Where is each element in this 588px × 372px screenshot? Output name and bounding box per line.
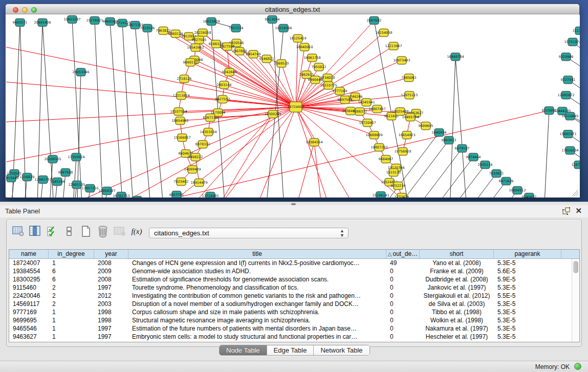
graph-edge[interactable] — [72, 19, 83, 198]
graph-edge[interactable] — [6, 81, 296, 107]
table-row[interactable]: 977716911998Corpus callosum shape and si… — [9, 308, 579, 316]
graph-edge[interactable] — [449, 57, 455, 198]
graph-edge[interactable] — [296, 107, 334, 198]
graph-edge[interactable] — [208, 114, 273, 198]
column-header-title[interactable]: title — [128, 250, 386, 258]
graph-edge[interactable] — [446, 190, 517, 198]
vertical-scrollbar[interactable] — [572, 259, 579, 342]
split-pane-divider[interactable] — [0, 202, 588, 205]
graph-edge[interactable] — [6, 107, 296, 122]
tab-network-table[interactable]: Network Table — [314, 345, 369, 355]
graph-node-label: 7485063 — [402, 76, 417, 80]
table-type-tabs: Node TableEdge TableNetwork Table — [219, 345, 370, 356]
cell-short: Jankovic et al. (1997) — [420, 283, 494, 292]
column-header-name[interactable]: name — [9, 250, 49, 258]
cell-short: Hescheler et al. (1997) — [420, 333, 494, 341]
new-document-icon[interactable] — [79, 225, 93, 237]
graph-node[interactable] — [133, 196, 142, 198]
insert-column-icon[interactable] — [29, 225, 42, 237]
window-resize-grip[interactable] — [572, 189, 579, 196]
tab-edge-table[interactable]: Edge Table — [267, 345, 314, 355]
column-header-year[interactable]: year — [94, 250, 128, 258]
citation-network-graph[interactable]: 1872400794055712069140610653287152760219… — [6, 15, 580, 198]
window-title: citations_edges.txt — [6, 6, 579, 13]
graph-edge[interactable] — [314, 142, 323, 198]
cell-name: 9777169 — [9, 308, 49, 316]
table-settings-icon[interactable] — [12, 225, 25, 237]
table-row[interactable]: 911546021997Tourette syndrome. Phenomeno… — [9, 283, 579, 292]
graph-edge[interactable] — [184, 79, 296, 107]
graph-edge[interactable] — [402, 157, 473, 198]
graph-node-label: 18107554 — [170, 110, 187, 114]
table-row[interactable]: 2242004622012Investigating the contribut… — [9, 292, 579, 300]
graph-node-label: 16210775 — [320, 83, 337, 87]
table-row[interactable]: 946554611997Estimation of the future num… — [9, 324, 579, 333]
graph-edge[interactable] — [77, 72, 81, 198]
table-row[interactable]: 1872400712008Changes of HCN gene express… — [9, 259, 579, 267]
delete-trash-icon[interactable] — [96, 225, 110, 237]
graph-node-label: 19654923 — [398, 133, 415, 137]
cell-title: Estimation of the future numbers of pati… — [128, 324, 386, 333]
tab-node-table[interactable]: Node Table — [220, 345, 267, 355]
graph-edge[interactable] — [122, 23, 134, 198]
select-rows-icon[interactable] — [46, 225, 59, 237]
graph-node-label: 8427552 — [215, 97, 230, 101]
graph-edge[interactable] — [434, 181, 506, 198]
cell-in_degree: 1 — [49, 259, 94, 267]
table-row[interactable]: 1830029562008Estimation of significance … — [9, 275, 579, 283]
graph-node-label: 9734028 — [320, 76, 335, 80]
column-header-out_de[interactable]: △out_de… — [386, 250, 420, 258]
graph-edge[interactable] — [37, 23, 42, 198]
graph-edge[interactable] — [413, 165, 485, 198]
scrollbar-thumb[interactable] — [573, 261, 578, 273]
graph-edge[interactable] — [296, 20, 374, 107]
graph-edge[interactable] — [189, 36, 296, 107]
function-fx-icon[interactable]: f(x) — [130, 225, 143, 237]
table-row[interactable]: 946362711997Embryonic stem cells: a mode… — [9, 333, 579, 341]
table-body: 1872400712008Changes of HCN gene express… — [9, 259, 579, 341]
graph-node-label: 2718126 — [177, 77, 192, 81]
graph-node-label: 10025488 — [391, 110, 408, 114]
graph-edge[interactable] — [206, 107, 296, 198]
cell-pagerank: 5.6E-5 — [494, 267, 561, 275]
cell-in_degree: 6 — [49, 267, 94, 275]
graph-node-label: 16848784 — [447, 55, 464, 59]
column-header-in_degree[interactable]: in_degree — [49, 250, 94, 258]
graph-node-label: 15276021 — [86, 18, 103, 23]
graph-edge[interactable] — [227, 47, 296, 107]
close-panel-icon[interactable]: ✕ — [575, 206, 582, 215]
graph-edge[interactable] — [147, 28, 165, 198]
graph-edge[interactable] — [252, 107, 296, 198]
graph-node-label: 16210645 — [561, 114, 578, 118]
row-height-icon[interactable] — [62, 225, 76, 237]
graph-node-label: 16154838 — [375, 31, 392, 35]
graph-node-label: 18720407 — [359, 121, 376, 125]
graph-edge[interactable] — [83, 111, 549, 198]
window-titlebar[interactable]: citations_edges.txt — [6, 4, 579, 14]
table-row[interactable]: 1938455462009Genome-wide association stu… — [9, 267, 579, 275]
table-row[interactable]: 969969511998Structural magnetic resonanc… — [9, 316, 579, 324]
graph-edge[interactable] — [425, 173, 496, 198]
graph-node-label: 9893923 — [442, 138, 456, 142]
table-toolbar: f(x) — [12, 224, 143, 239]
graph-node-label: 16543962 — [187, 46, 204, 50]
table-row[interactable]: 1456911722003Disruption of a novel membe… — [9, 300, 579, 308]
graph-edge[interactable] — [72, 157, 76, 198]
graph-node-label: 9827505 — [192, 38, 207, 42]
graph-edge[interactable] — [458, 197, 529, 198]
column-header-short[interactable]: short — [420, 250, 494, 258]
column-header-pagerank[interactable]: pagerank — [494, 250, 561, 258]
graph-edge[interactable] — [543, 111, 549, 198]
float-panel-icon[interactable] — [562, 207, 571, 215]
table-select-dropdown[interactable]: citations_edges.txt ▲▼ — [149, 228, 349, 238]
graph-edge[interactable] — [110, 21, 124, 198]
graph-edge[interactable] — [296, 107, 364, 198]
graph-edge[interactable] — [95, 20, 103, 198]
table-panel-title: Table Panel — [5, 207, 40, 215]
graph-edge[interactable] — [190, 62, 296, 107]
graph-node-label: 10973493 — [393, 58, 410, 62]
graph-edge[interactable] — [42, 23, 55, 198]
cell-short: de Silva et al. (2003) — [420, 300, 494, 308]
graph-edge[interactable] — [455, 57, 468, 198]
network-canvas[interactable]: 1872400794055712069140610653287152760219… — [6, 15, 580, 198]
